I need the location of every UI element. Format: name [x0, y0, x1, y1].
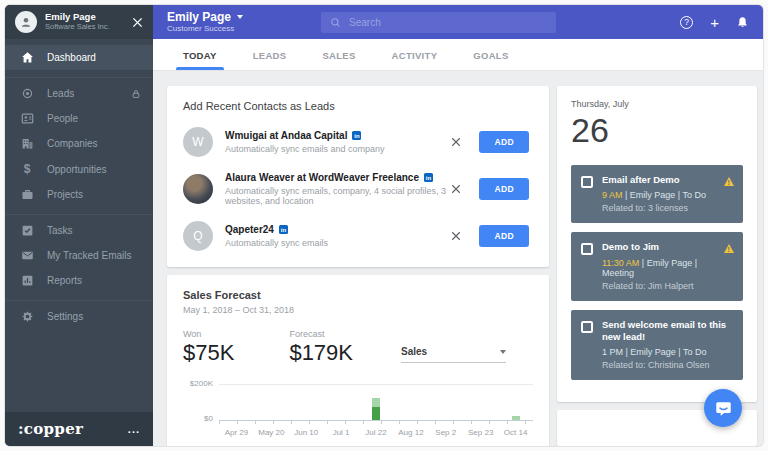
sidebar-item-label: Leads — [47, 88, 74, 99]
notifications-bell-icon[interactable] — [736, 16, 749, 29]
topbar-title-wrap: Emily Page Customer Success — [167, 11, 243, 34]
linkedin-icon[interactable]: in — [352, 131, 361, 140]
task-time: 9 AM — [602, 190, 623, 200]
task-meta-rest: | Emily Page | To Do — [623, 190, 707, 200]
contact-name-row: Alaura Weaver at WordWeaver Freelance in — [225, 172, 449, 183]
search-bar[interactable] — [321, 12, 556, 33]
sidebar-item-label: Projects — [47, 189, 83, 200]
sidebar-nav: Dashboard Leads People — [5, 39, 153, 412]
main-column: Add Recent Contacts as Leads W Wmuigai a… — [167, 86, 549, 446]
add-contacts-card: Add Recent Contacts as Leads W Wmuigai a… — [167, 86, 549, 267]
sales-forecast-card: Sales Forecast May 1, 2018 – Oct 31, 201… — [167, 275, 549, 446]
forecast-value: $179K — [289, 340, 353, 366]
sidebar-item[interactable]: My Tracked Emails — [5, 243, 153, 268]
help-icon[interactable]: ? — [680, 16, 693, 29]
linkedin-icon[interactable]: in — [279, 225, 288, 234]
pipeline-select[interactable]: Sales — [401, 346, 506, 363]
topbar-actions: ? + — [680, 15, 749, 30]
tab[interactable]: TODAY — [183, 50, 217, 70]
task-checkbox[interactable] — [581, 321, 593, 333]
task-card[interactable]: Send welcome email to this new lead! 1 P… — [571, 310, 743, 381]
add-lead-button[interactable]: ADD — [479, 225, 529, 247]
task-related: Related to: 3 licenses — [602, 203, 715, 213]
contact-name: Qapeter24 — [225, 224, 274, 235]
user-avatar[interactable] — [15, 11, 37, 33]
sidebar-item-label: People — [47, 113, 78, 124]
search-icon — [330, 17, 341, 28]
won-label: Won — [183, 329, 234, 339]
gridline-200k — [219, 384, 533, 385]
tab[interactable]: GOALS — [473, 50, 508, 70]
chart-bar — [372, 398, 380, 420]
task-body: Demo to Jim 11:30 AM | Emily Page | Meet… — [602, 241, 715, 290]
sidebar-item[interactable]: Leads — [5, 77, 153, 106]
task-meta: 9 AM | Emily Page | To Do — [602, 190, 715, 200]
dashboard-title-dropdown[interactable]: Emily Page — [167, 11, 243, 25]
main-area: Emily Page Customer Success ? + — [153, 5, 763, 446]
briefcase-icon — [20, 188, 34, 201]
sidebar-item[interactable]: Dashboard — [5, 45, 153, 70]
y-tick-top: $200K — [183, 379, 213, 388]
sidebar-user-block: Emily Page Software Sales Inc. — [5, 5, 153, 39]
sidebar-item[interactable]: Tasks — [5, 214, 153, 243]
x-tick-label: Aug 12 — [393, 428, 428, 437]
dismiss-icon[interactable] — [449, 182, 463, 196]
check-square-icon — [20, 224, 34, 237]
task-checkbox[interactable] — [581, 243, 593, 255]
add-lead-button[interactable]: ADD — [479, 131, 529, 153]
app-frame: Emily Page Software Sales Inc. Dashboard… — [5, 5, 763, 446]
add-icon[interactable]: + — [710, 15, 719, 30]
task-meta: 1 PM | Emily Page | To Do — [602, 347, 734, 357]
today-panel: Thursday, July 26 Email after Demo 9 AM … — [557, 86, 757, 402]
task-meta: 11:30 AM | Emily Page | Meeting — [602, 258, 715, 278]
linkedin-icon[interactable]: in — [424, 173, 433, 182]
task-checkbox[interactable] — [581, 176, 593, 188]
y-tick-bottom: $0 — [183, 414, 213, 423]
task-card[interactable]: Email after Demo 9 AM | Emily Page | To … — [571, 165, 743, 223]
sidebar-item[interactable]: People — [5, 106, 153, 131]
sidebar-item[interactable]: Reports — [5, 268, 153, 293]
forecast-stats: Won $75K Forecast $179K Sales — [183, 329, 533, 366]
chart-bar — [512, 416, 520, 420]
sidebar-item[interactable]: Companies — [5, 131, 153, 156]
envelope-icon — [20, 249, 34, 262]
dismiss-icon[interactable] — [449, 229, 463, 243]
dismiss-icon[interactable] — [449, 135, 463, 149]
x-tick-label: Jul 1 — [324, 428, 359, 437]
sidebar-item[interactable]: Projects — [5, 182, 153, 207]
lock-icon — [131, 89, 141, 99]
add-lead-button[interactable]: ADD — [479, 178, 529, 200]
task-card[interactable]: Demo to Jim 11:30 AM | Emily Page | Meet… — [571, 232, 743, 300]
chart-y-axis: $200K $0 — [183, 380, 213, 424]
sidebar-item[interactable]: $ Opportunities — [5, 156, 153, 182]
search-input[interactable] — [349, 17, 547, 28]
tab[interactable]: LEADS — [253, 50, 287, 70]
close-icon[interactable] — [132, 17, 143, 28]
tab[interactable]: ACTIVITY — [392, 50, 438, 70]
contact-row: Alaura Weaver at WordWeaver Freelance in… — [183, 172, 533, 206]
contact-text: Qapeter24 in Automatically sync emails — [225, 224, 328, 248]
x-tick-label: Jun 10 — [289, 428, 324, 437]
avatar — [183, 174, 213, 204]
sidebar-item-label: My Tracked Emails — [47, 250, 131, 261]
x-tick-label: Sep 2 — [428, 428, 463, 437]
sidebar-footer: :copper ... — [5, 412, 153, 446]
task-body: Send welcome email to this new lead! 1 P… — [602, 319, 734, 371]
task-time: 1 PM — [602, 347, 623, 357]
x-tick-label: Sep 23 — [463, 428, 498, 437]
forecast-title: Sales Forecast — [183, 289, 533, 301]
task-title: Send welcome email to this new lead! — [602, 319, 734, 344]
sidebar-item-label: Dashboard — [47, 52, 96, 63]
building-icon — [20, 137, 34, 150]
task-time: 11:30 AM — [602, 258, 639, 268]
chat-launcher-button[interactable] — [704, 389, 742, 427]
sidebar-item-label: Tasks — [47, 225, 73, 236]
sidebar-item[interactable]: Settings — [5, 300, 153, 329]
task-list: Email after Demo 9 AM | Emily Page | To … — [571, 165, 743, 380]
more-menu-button[interactable]: ... — [128, 423, 140, 435]
x-tick-label: Jul 22 — [359, 428, 394, 437]
contact-list: W Wmuigai at Andaa Capital in Automatica… — [183, 127, 533, 251]
target-icon — [20, 87, 34, 100]
tab[interactable]: SALES — [322, 50, 355, 70]
sidebar-item-label: Companies — [47, 138, 98, 149]
